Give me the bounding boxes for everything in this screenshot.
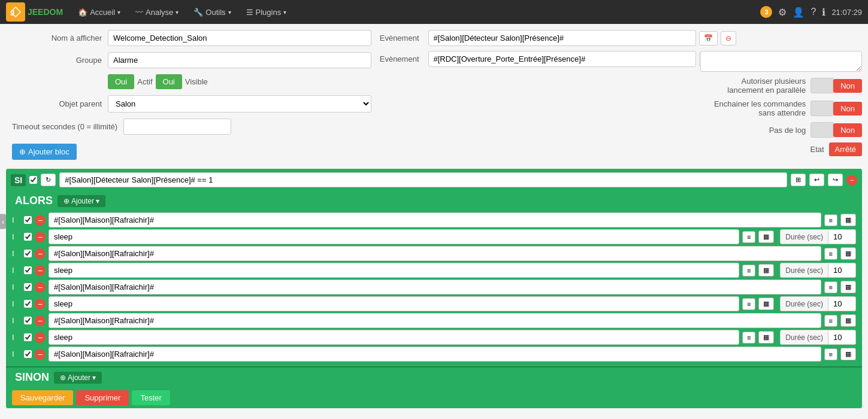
brand[interactable]: J JEEDOM bbox=[6, 2, 63, 22]
action-grid-1[interactable]: ▦ bbox=[840, 214, 856, 226]
action-input-8[interactable] bbox=[49, 330, 739, 345]
action-grid-2[interactable]: ▦ bbox=[758, 230, 774, 243]
event-input-2[interactable] bbox=[428, 51, 697, 67]
action-check-4[interactable] bbox=[24, 266, 32, 274]
ajouter-alors-btn[interactable]: ⊕ Ajouter ▾ bbox=[58, 195, 105, 207]
action-menu-7[interactable]: ≡ bbox=[824, 315, 837, 327]
nav-plugins[interactable]: ☰ Plugins ▾ bbox=[240, 0, 293, 24]
plus-icon-alors: ⊕ bbox=[63, 197, 69, 205]
enchainer-toggle: Non bbox=[810, 101, 862, 116]
action-menu-6[interactable]: ≡ bbox=[742, 298, 755, 310]
action-remove-7[interactable]: − bbox=[35, 315, 46, 326]
save-btn[interactable]: Sauvegarder bbox=[12, 390, 73, 405]
ajouter-sinon-btn[interactable]: ⊕ Ajouter ▾ bbox=[54, 372, 102, 384]
action-remove-4[interactable]: − bbox=[35, 265, 46, 276]
action-input-9[interactable] bbox=[49, 347, 821, 362]
si-expand-btn[interactable]: ⊞ bbox=[791, 174, 806, 186]
si-checkbox[interactable] bbox=[29, 176, 37, 184]
notification-badge[interactable]: 3 bbox=[760, 6, 772, 18]
nom-input[interactable] bbox=[108, 30, 371, 46]
event-input-1[interactable] bbox=[428, 30, 697, 46]
enchainer-non-btn[interactable]: Non bbox=[833, 102, 862, 116]
event-remove-1[interactable]: ⊖ bbox=[721, 31, 736, 45]
action-remove-6[interactable]: − bbox=[35, 299, 46, 309]
action-remove-8[interactable]: − bbox=[35, 332, 46, 343]
action-check-7[interactable] bbox=[24, 317, 32, 324]
test-btn[interactable]: Tester bbox=[132, 390, 170, 405]
action-input-4[interactable] bbox=[49, 263, 739, 278]
duree-area-8: Durée (sec) bbox=[780, 330, 856, 345]
action-remove-2[interactable]: − bbox=[35, 232, 46, 242]
user-icon[interactable]: 👤 bbox=[793, 7, 805, 18]
event-calendar-1[interactable]: 📅 bbox=[699, 31, 718, 45]
nav-outils[interactable]: 🔧 Outils ▾ bbox=[187, 0, 237, 24]
duree-input-8[interactable] bbox=[828, 330, 855, 344]
action-grid-6[interactable]: ▦ bbox=[758, 297, 774, 310]
action-check-3[interactable] bbox=[24, 250, 32, 257]
action-grid-7[interactable]: ▦ bbox=[840, 314, 856, 327]
action-grid-8[interactable]: ▦ bbox=[758, 331, 774, 344]
nav-analyse[interactable]: 〰 Analyse ▾ bbox=[129, 0, 185, 24]
action-input-2[interactable] bbox=[49, 229, 739, 244]
action-menu-9[interactable]: ≡ bbox=[824, 348, 837, 360]
delete-btn[interactable]: Supprimer bbox=[76, 390, 129, 405]
action-num-2: I bbox=[12, 232, 21, 241]
action-input-7[interactable] bbox=[49, 313, 821, 328]
duree-input-6[interactable] bbox=[828, 297, 855, 311]
action-grid-3[interactable]: ▦ bbox=[840, 247, 856, 260]
action-menu-8[interactable]: ≡ bbox=[742, 332, 755, 344]
info-icon[interactable]: ℹ bbox=[822, 7, 825, 18]
nom-label: Nom à afficher bbox=[12, 34, 108, 42]
action-check-8[interactable] bbox=[24, 333, 32, 341]
action-check-2[interactable] bbox=[24, 233, 32, 241]
action-menu-2[interactable]: ≡ bbox=[742, 231, 755, 243]
oui-visible-btn[interactable]: Oui bbox=[156, 74, 182, 89]
chevron-accueil: ▾ bbox=[117, 9, 120, 16]
action-check-9[interactable] bbox=[24, 350, 32, 358]
action-check-6[interactable] bbox=[24, 300, 32, 308]
duree-input-2[interactable] bbox=[828, 230, 855, 244]
groupe-input[interactable] bbox=[108, 52, 371, 68]
action-input-6[interactable] bbox=[49, 296, 739, 311]
duree-area-6: Durée (sec) bbox=[780, 296, 856, 311]
action-menu-5[interactable]: ≡ bbox=[824, 281, 837, 293]
action-remove-9[interactable]: − bbox=[35, 349, 46, 360]
action-remove-1[interactable]: − bbox=[35, 215, 46, 226]
settings-icon[interactable]: ⚙ bbox=[778, 7, 787, 18]
action-grid-4[interactable]: ▦ bbox=[758, 264, 774, 277]
action-grid-9[interactable]: ▦ bbox=[840, 348, 856, 360]
action-num-1: I bbox=[12, 215, 21, 224]
autoriser-non-btn[interactable]: Non bbox=[833, 79, 862, 93]
action-remove-3[interactable]: − bbox=[35, 248, 46, 259]
si-refresh-btn[interactable]: ↻ bbox=[41, 174, 56, 186]
add-bloc-btn[interactable]: ⊕ Ajouter bloc bbox=[12, 144, 77, 160]
action-input-3[interactable] bbox=[49, 246, 821, 261]
action-input-5[interactable] bbox=[49, 280, 821, 294]
sinon-section: SINON ⊕ Ajouter ▾ bbox=[6, 366, 862, 387]
action-menu-3[interactable]: ≡ bbox=[824, 248, 837, 260]
autoriser-toggle: Non bbox=[810, 78, 862, 93]
si-condition-input[interactable] bbox=[59, 172, 787, 187]
action-menu-1[interactable]: ≡ bbox=[824, 214, 837, 226]
etat-arrete-btn[interactable]: Arrêté bbox=[829, 142, 862, 156]
help-icon[interactable]: ? bbox=[810, 7, 816, 17]
action-check-1[interactable] bbox=[24, 216, 32, 224]
action-menu-4[interactable]: ≡ bbox=[742, 265, 755, 277]
action-remove-5[interactable]: − bbox=[35, 282, 46, 293]
collapse-left[interactable]: ‹ bbox=[0, 214, 6, 229]
paslog-non-btn[interactable]: Non bbox=[833, 123, 862, 137]
si-close-btn[interactable]: − bbox=[846, 175, 857, 186]
nav-accueil[interactable]: 🏠 Accueil ▾ bbox=[72, 0, 126, 24]
nom-row: Nom à afficher bbox=[12, 30, 371, 46]
enchainer-toggle-bg bbox=[810, 101, 833, 116]
action-grid-5[interactable]: ▦ bbox=[840, 281, 856, 293]
si-redo-btn[interactable]: ↪ bbox=[828, 174, 843, 186]
notes-textarea[interactable] bbox=[700, 51, 862, 72]
action-input-1[interactable] bbox=[49, 212, 821, 227]
action-check-5[interactable] bbox=[24, 283, 32, 291]
si-undo-btn[interactable]: ↩ bbox=[809, 174, 824, 186]
timeout-input[interactable] bbox=[123, 119, 231, 135]
oui-actif-btn[interactable]: Oui bbox=[108, 74, 134, 89]
objet-select[interactable]: Salon bbox=[108, 95, 371, 113]
duree-input-4[interactable] bbox=[828, 263, 855, 277]
